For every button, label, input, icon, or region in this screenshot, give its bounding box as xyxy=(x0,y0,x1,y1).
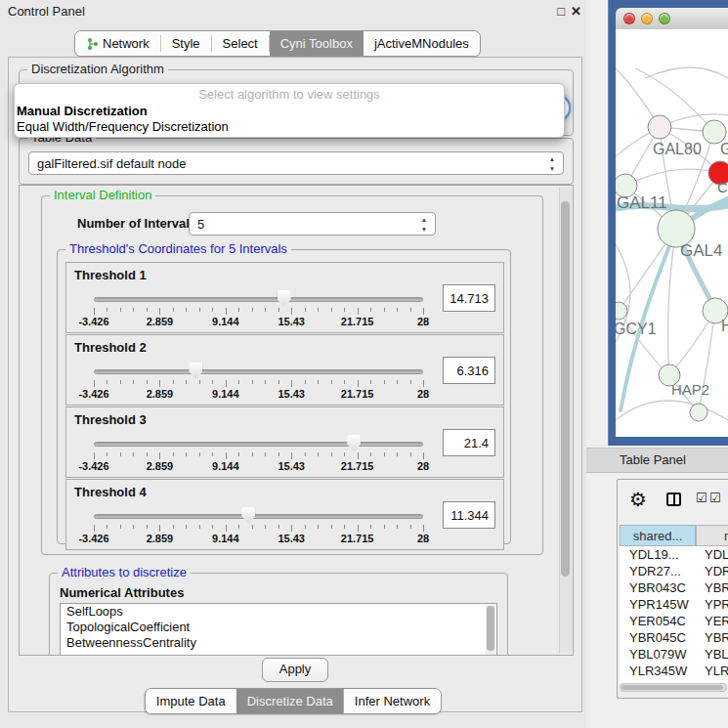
zoom-traffic-light[interactable] xyxy=(659,13,670,24)
attribute-item[interactable]: SelfLoops xyxy=(61,604,496,620)
cell-shared-name[interactable]: YBR045C xyxy=(620,629,696,646)
slider-track[interactable] xyxy=(94,442,423,447)
slider-thumb[interactable] xyxy=(189,363,202,379)
threshold-slider[interactable]: -3.4262.8599.14415.4321.71528 xyxy=(94,435,423,474)
table-row[interactable]: YER054CYER0 xyxy=(620,613,728,629)
popup-hint: Select algorithm to view settings xyxy=(15,86,564,104)
network-view-window[interactable]: GAL80GACGAL11GAL4GCY1HHAP2 xyxy=(608,0,728,446)
list-scrollbar[interactable] xyxy=(486,605,495,656)
slider-thumb[interactable] xyxy=(241,507,255,524)
tab-label: Infer Network xyxy=(355,689,430,713)
slider-track[interactable] xyxy=(94,369,423,374)
table-row[interactable]: YBL079WYBL0 xyxy=(620,646,728,663)
tab-jactivemnodules[interactable]: jActiveMNodules xyxy=(364,31,480,56)
cell-shared-name[interactable]: YLR345W xyxy=(620,663,696,679)
network-icon xyxy=(86,37,99,50)
network-window-titlebar[interactable] xyxy=(616,8,728,30)
tick-label: 15.43 xyxy=(278,533,305,544)
tab-select[interactable]: Select xyxy=(212,31,269,56)
apply-button[interactable]: Apply xyxy=(262,658,328,682)
table-row[interactable]: YDR27...YDR2 xyxy=(620,563,728,579)
tick-label: 21.715 xyxy=(341,388,374,400)
tick-label: 21.715 xyxy=(341,460,374,472)
table-row[interactable]: YLR345WYLR3 xyxy=(620,663,728,679)
threshold-value-field[interactable]: 14.713 xyxy=(443,284,495,312)
threshold-value-field[interactable]: 6.316 xyxy=(443,357,495,384)
vertical-scrollbar[interactable] xyxy=(559,188,572,653)
table-row[interactable]: YBR043CYBR0 xyxy=(620,579,728,596)
cell-shared-name[interactable]: YBL079W xyxy=(620,646,696,663)
cell-shared-name[interactable]: YER054C xyxy=(620,613,696,629)
scrollbar-thumb[interactable] xyxy=(561,201,570,577)
tick-label: 9.144 xyxy=(212,460,239,472)
scrollbar-thumb[interactable] xyxy=(621,685,723,690)
tab-cyni-toolbox[interactable]: Cyni Toolbox xyxy=(270,31,364,56)
attribute-item[interactable]: BetweennessCentrality xyxy=(61,635,496,651)
slider-thumb[interactable] xyxy=(347,435,361,451)
threshold-slider[interactable]: -3.4262.8599.14415.4321.71528 xyxy=(94,290,423,329)
network-node-gcy1[interactable] xyxy=(616,302,627,320)
close-traffic-light[interactable] xyxy=(623,13,635,24)
close-icon[interactable]: ✕ xyxy=(571,4,581,19)
node-label: GA xyxy=(720,141,728,157)
network-node[interactable] xyxy=(690,404,707,421)
slider-tick-labels: -3.4262.8599.14415.4321.71528 xyxy=(94,316,423,328)
float-window-icon[interactable]: □ xyxy=(557,4,565,19)
columns-icon[interactable] xyxy=(666,492,681,506)
threshold-slider[interactable]: -3.4262.8599.14415.4321.71528 xyxy=(94,507,423,546)
cell-name[interactable]: YBR0 xyxy=(696,629,728,646)
section-title: Threshold's Coordinates for 5 Intervals xyxy=(65,241,291,256)
minimize-traffic-light[interactable] xyxy=(641,13,653,24)
tab-network[interactable]: Network xyxy=(75,31,160,56)
cell-name[interactable]: YPR1 xyxy=(696,596,728,613)
cell-shared-name[interactable]: YDR27... xyxy=(620,563,696,579)
cell-name[interactable]: YBR0 xyxy=(696,579,728,596)
tick-label: 9.144 xyxy=(212,316,239,327)
tick-label: 28 xyxy=(417,316,429,327)
thresholds-section: Threshold's Coordinates for 5 Intervals … xyxy=(57,249,511,544)
tab-label: jActiveMNodules xyxy=(374,31,469,56)
popup-option-equal-width[interactable]: Equal Width/Frequency Discretization xyxy=(15,119,564,135)
network-node-gal80[interactable] xyxy=(648,115,671,139)
table-row[interactable]: YBR045CYBR0 xyxy=(620,629,728,646)
checkbox-icon[interactable]: ☑ xyxy=(696,491,707,505)
popup-option-manual[interactable]: Manual Discretization xyxy=(15,104,564,119)
tab-style[interactable]: Style xyxy=(161,31,211,56)
threshold-value-field[interactable]: 21.4 xyxy=(443,429,495,456)
right-panel-area: GAL80GACGAL11GAL4GCY1HHAP2 Table Panel ⚙… xyxy=(586,0,728,728)
cell-name[interactable]: YDR2 xyxy=(696,563,728,579)
threshold-slider[interactable]: -3.4262.8599.14415.4321.71528 xyxy=(94,363,423,402)
table-panel-titlebar: Table Panel xyxy=(586,448,728,473)
horizontal-scrollbar[interactable] xyxy=(620,683,727,692)
slider-thumb[interactable] xyxy=(278,290,291,307)
scrollbar-thumb[interactable] xyxy=(487,606,494,651)
cell-name[interactable]: YER0 xyxy=(696,613,728,629)
column-header-name[interactable]: na xyxy=(696,525,728,546)
numerical-attributes-list[interactable]: SelfLoopsTopologicalCoefficientBetweenne… xyxy=(60,603,497,656)
tab-discretize-data[interactable]: Discretize Data xyxy=(236,689,344,713)
tab-impute-data[interactable]: Impute Data xyxy=(146,689,236,713)
number-of-intervals-combobox[interactable]: 5 ▲▼ xyxy=(189,212,436,236)
cell-name[interactable]: YBL0 xyxy=(696,646,728,663)
slider-track[interactable] xyxy=(94,514,423,519)
cell-shared-name[interactable]: YPR145W xyxy=(620,596,696,613)
tick-label: -3.426 xyxy=(78,460,108,472)
threshold-value-field[interactable]: 11.344 xyxy=(443,501,495,529)
checkbox-icon[interactable]: ☑ xyxy=(709,491,721,505)
table-data-combobox[interactable]: galFiltered.sif default node ▲▼ xyxy=(28,151,564,175)
threshold-panel: Threshold 1 -3.4262.8599.14415.4321.7152… xyxy=(65,262,504,333)
cell-shared-name[interactable]: YDL19... xyxy=(620,546,696,563)
slider-track[interactable] xyxy=(94,297,423,302)
slider-ticks xyxy=(94,452,423,460)
slider-ticks xyxy=(94,308,423,316)
table-row[interactable]: YDL19...YDL1 xyxy=(620,546,728,563)
cell-name[interactable]: YLR3 xyxy=(696,663,728,679)
cell-shared-name[interactable]: YBR043C xyxy=(620,579,696,596)
tab-infer-network[interactable]: Infer Network xyxy=(344,689,441,713)
gear-icon[interactable]: ⚙ xyxy=(629,488,647,511)
attribute-item[interactable]: TopologicalCoefficient xyxy=(61,620,496,635)
column-header-shared-name[interactable]: shared... xyxy=(620,525,696,546)
cell-name[interactable]: YDL1 xyxy=(696,546,728,563)
table-row[interactable]: YPR145WYPR1 xyxy=(620,596,728,613)
network-canvas[interactable]: GAL80GACGAL11GAL4GCY1HHAP2 xyxy=(616,29,728,437)
